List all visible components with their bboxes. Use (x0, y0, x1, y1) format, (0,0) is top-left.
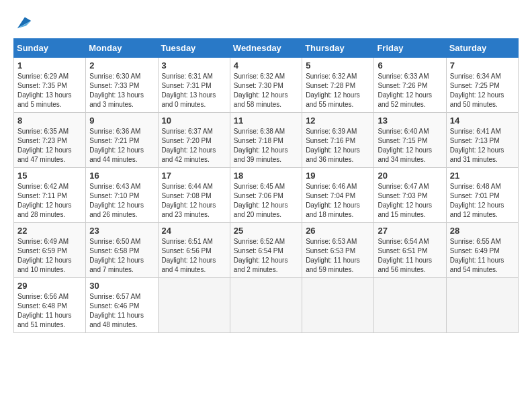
day-number: 10 (162, 116, 226, 126)
weekday-header-friday: Friday (374, 39, 446, 58)
day-cell (158, 278, 230, 333)
day-cell: 13Sunrise: 6:40 AM Sunset: 7:15 PM Dayli… (374, 113, 446, 168)
day-number: 12 (306, 116, 370, 126)
day-cell (446, 278, 518, 333)
day-info: Sunrise: 6:47 AM Sunset: 7:03 PM Dayligh… (378, 182, 442, 220)
logo-icon (15, 12, 34, 31)
day-number: 2 (89, 60, 154, 71)
day-number: 20 (378, 171, 442, 181)
day-cell (374, 278, 446, 333)
day-info: Sunrise: 6:48 AM Sunset: 7:01 PM Dayligh… (450, 182, 515, 220)
day-number: 23 (89, 226, 154, 236)
day-cell: 25Sunrise: 6:52 AM Sunset: 6:54 PM Dayli… (230, 223, 302, 278)
day-number: 18 (234, 171, 298, 181)
day-info: Sunrise: 6:46 AM Sunset: 7:04 PM Dayligh… (306, 182, 370, 220)
day-number: 14 (450, 116, 515, 126)
day-number: 25 (234, 226, 298, 236)
header-row: SundayMondayTuesdayWednesdayThursdayFrid… (14, 39, 519, 58)
day-info: Sunrise: 6:41 AM Sunset: 7:13 PM Dayligh… (450, 127, 515, 165)
day-number: 21 (450, 171, 515, 181)
day-info: Sunrise: 6:55 AM Sunset: 6:49 PM Dayligh… (450, 237, 515, 275)
day-number: 13 (378, 116, 442, 126)
day-cell: 14Sunrise: 6:41 AM Sunset: 7:13 PM Dayli… (446, 113, 518, 168)
day-number: 11 (234, 116, 298, 126)
day-info: Sunrise: 6:43 AM Sunset: 7:10 PM Dayligh… (89, 182, 154, 220)
day-cell: 28Sunrise: 6:55 AM Sunset: 6:49 PM Dayli… (446, 223, 518, 278)
day-cell (302, 278, 374, 333)
day-number: 4 (234, 60, 298, 71)
week-row-1: 1Sunrise: 6:29 AM Sunset: 7:35 PM Daylig… (14, 58, 519, 113)
day-cell: 17Sunrise: 6:44 AM Sunset: 7:08 PM Dayli… (158, 168, 230, 223)
day-info: Sunrise: 6:42 AM Sunset: 7:11 PM Dayligh… (17, 182, 82, 220)
day-cell: 10Sunrise: 6:37 AM Sunset: 7:20 PM Dayli… (158, 113, 230, 168)
day-info: Sunrise: 6:53 AM Sunset: 6:53 PM Dayligh… (306, 237, 370, 275)
day-cell: 12Sunrise: 6:39 AM Sunset: 7:16 PM Dayli… (302, 113, 374, 168)
day-info: Sunrise: 6:32 AM Sunset: 7:30 PM Dayligh… (234, 72, 298, 109)
day-number: 9 (89, 116, 154, 126)
day-cell: 6Sunrise: 6:33 AM Sunset: 7:26 PM Daylig… (374, 58, 446, 113)
day-cell: 11Sunrise: 6:38 AM Sunset: 7:18 PM Dayli… (230, 113, 302, 168)
day-number: 22 (17, 226, 82, 236)
day-info: Sunrise: 6:36 AM Sunset: 7:21 PM Dayligh… (89, 127, 154, 165)
week-row-5: 29Sunrise: 6:56 AM Sunset: 6:48 PM Dayli… (14, 278, 519, 333)
day-number: 29 (17, 281, 82, 291)
day-cell: 27Sunrise: 6:54 AM Sunset: 6:51 PM Dayli… (374, 223, 446, 278)
day-cell: 30Sunrise: 6:57 AM Sunset: 6:46 PM Dayli… (86, 278, 158, 333)
day-info: Sunrise: 6:45 AM Sunset: 7:06 PM Dayligh… (234, 182, 298, 220)
day-cell: 15Sunrise: 6:42 AM Sunset: 7:11 PM Dayli… (14, 168, 86, 223)
day-info: Sunrise: 6:39 AM Sunset: 7:16 PM Dayligh… (306, 127, 370, 165)
day-cell: 19Sunrise: 6:46 AM Sunset: 7:04 PM Dayli… (302, 168, 374, 223)
day-cell: 1Sunrise: 6:29 AM Sunset: 7:35 PM Daylig… (14, 58, 86, 113)
day-cell: 5Sunrise: 6:32 AM Sunset: 7:28 PM Daylig… (302, 58, 374, 113)
day-info: Sunrise: 6:56 AM Sunset: 6:48 PM Dayligh… (17, 292, 82, 330)
day-number: 24 (162, 226, 226, 236)
day-number: 7 (450, 60, 515, 71)
day-cell: 3Sunrise: 6:31 AM Sunset: 7:31 PM Daylig… (158, 58, 230, 113)
day-info: Sunrise: 6:37 AM Sunset: 7:20 PM Dayligh… (162, 127, 226, 165)
day-number: 8 (17, 116, 82, 126)
day-cell: 24Sunrise: 6:51 AM Sunset: 6:56 PM Dayli… (158, 223, 230, 278)
day-cell: 7Sunrise: 6:34 AM Sunset: 7:25 PM Daylig… (446, 58, 518, 113)
day-cell: 18Sunrise: 6:45 AM Sunset: 7:06 PM Dayli… (230, 168, 302, 223)
day-number: 5 (306, 60, 370, 71)
day-info: Sunrise: 6:32 AM Sunset: 7:28 PM Dayligh… (306, 72, 370, 109)
weekday-header-sunday: Sunday (14, 39, 86, 58)
day-number: 27 (378, 226, 442, 236)
day-cell: 9Sunrise: 6:36 AM Sunset: 7:21 PM Daylig… (86, 113, 158, 168)
day-info: Sunrise: 6:49 AM Sunset: 6:59 PM Dayligh… (17, 237, 82, 275)
day-number: 26 (306, 226, 370, 236)
day-cell: 22Sunrise: 6:49 AM Sunset: 6:59 PM Dayli… (14, 223, 86, 278)
header (13, 12, 519, 32)
weekday-header-wednesday: Wednesday (230, 39, 302, 58)
day-cell: 8Sunrise: 6:35 AM Sunset: 7:23 PM Daylig… (14, 113, 86, 168)
day-cell: 21Sunrise: 6:48 AM Sunset: 7:01 PM Dayli… (446, 168, 518, 223)
logo (13, 12, 34, 32)
day-info: Sunrise: 6:29 AM Sunset: 7:35 PM Dayligh… (17, 72, 82, 109)
day-info: Sunrise: 6:34 AM Sunset: 7:25 PM Dayligh… (450, 72, 515, 109)
day-info: Sunrise: 6:35 AM Sunset: 7:23 PM Dayligh… (17, 127, 82, 165)
week-row-3: 15Sunrise: 6:42 AM Sunset: 7:11 PM Dayli… (14, 168, 519, 223)
day-info: Sunrise: 6:54 AM Sunset: 6:51 PM Dayligh… (378, 237, 442, 275)
day-info: Sunrise: 6:33 AM Sunset: 7:26 PM Dayligh… (378, 72, 442, 109)
weekday-header-saturday: Saturday (446, 39, 518, 58)
week-row-4: 22Sunrise: 6:49 AM Sunset: 6:59 PM Dayli… (14, 223, 519, 278)
day-info: Sunrise: 6:30 AM Sunset: 7:33 PM Dayligh… (89, 72, 154, 109)
day-info: Sunrise: 6:51 AM Sunset: 6:56 PM Dayligh… (162, 237, 226, 275)
day-cell: 29Sunrise: 6:56 AM Sunset: 6:48 PM Dayli… (14, 278, 86, 333)
page: SundayMondayTuesdayWednesdayThursdayFrid… (0, 0, 532, 340)
week-row-2: 8Sunrise: 6:35 AM Sunset: 7:23 PM Daylig… (14, 113, 519, 168)
day-info: Sunrise: 6:40 AM Sunset: 7:15 PM Dayligh… (378, 127, 442, 165)
day-number: 15 (17, 171, 82, 181)
day-cell: 23Sunrise: 6:50 AM Sunset: 6:58 PM Dayli… (86, 223, 158, 278)
day-info: Sunrise: 6:44 AM Sunset: 7:08 PM Dayligh… (162, 182, 226, 220)
day-number: 17 (162, 171, 226, 181)
day-info: Sunrise: 6:50 AM Sunset: 6:58 PM Dayligh… (89, 237, 154, 275)
day-cell: 2Sunrise: 6:30 AM Sunset: 7:33 PM Daylig… (86, 58, 158, 113)
calendar-table: SundayMondayTuesdayWednesdayThursdayFrid… (13, 38, 519, 333)
day-info: Sunrise: 6:57 AM Sunset: 6:46 PM Dayligh… (89, 292, 154, 330)
day-info: Sunrise: 6:38 AM Sunset: 7:18 PM Dayligh… (234, 127, 298, 165)
day-number: 3 (162, 60, 226, 71)
day-cell: 20Sunrise: 6:47 AM Sunset: 7:03 PM Dayli… (374, 168, 446, 223)
weekday-header-tuesday: Tuesday (158, 39, 230, 58)
day-number: 30 (89, 281, 154, 291)
